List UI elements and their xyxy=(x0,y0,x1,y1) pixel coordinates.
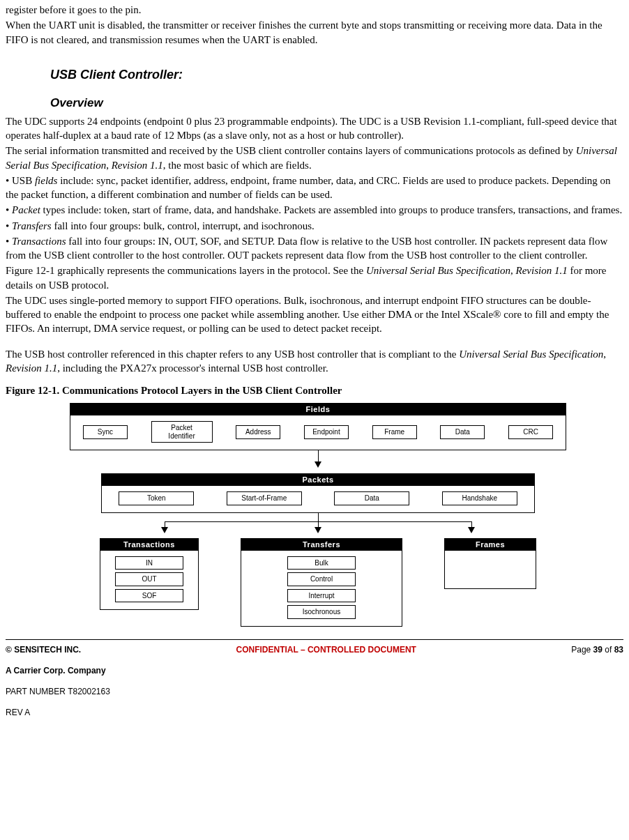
packet-token: Token xyxy=(119,491,194,505)
text: , including the PXA27x processor's inter… xyxy=(57,362,328,374)
bullet-packet: • Packet types include: token, start of … xyxy=(6,203,623,217)
arrow-down-icon xyxy=(314,461,321,468)
field-sync: Sync xyxy=(83,425,128,439)
footer-part-number: PART NUMBER T82002163 xyxy=(6,686,623,697)
footer-row: © SENSITECH INC. CONFIDENTIAL – CONTROLL… xyxy=(6,644,623,655)
overview-p1: The UDC supports 24 endpoints (endpoint … xyxy=(6,114,623,143)
bullet-fields: • USB fields include: sync, packet ident… xyxy=(6,174,623,202)
protocol-layers-diagram: Fields Sync Packet Identifier Address En… xyxy=(13,403,623,626)
figure-reference: Figure 12-1 graphically represents the c… xyxy=(6,264,623,292)
text: , xyxy=(510,265,516,276)
text: types include: token, start of frame, da… xyxy=(40,204,622,215)
intro-line-1: register before it goes to the pin. xyxy=(6,3,623,17)
fields-layer: Fields Sync Packet Identifier Address En… xyxy=(70,403,566,450)
text: The USB host controller referenced in th… xyxy=(6,349,459,360)
spec-rev: Revision 1.1 xyxy=(6,362,57,374)
transactions-title: Transactions xyxy=(100,539,198,551)
field-endpoint: Endpoint xyxy=(304,425,349,439)
footer-company: A Carrier Corp. Company xyxy=(6,665,623,676)
text: • xyxy=(6,220,12,231)
bottom-layers-row: Transactions IN OUT SOF Transfers Bulk C… xyxy=(67,538,569,627)
field-data: Data xyxy=(440,425,485,439)
text: , xyxy=(603,349,606,360)
text: • USB xyxy=(6,175,35,186)
transfers-title: Transfers xyxy=(241,539,402,551)
udc-memory-paragraph: The UDC uses single-ported memory to sup… xyxy=(6,293,623,336)
spec-rev: Revision 1.1 xyxy=(516,265,568,276)
field-frame: Frame xyxy=(372,425,417,439)
frames-layer: Frames xyxy=(444,538,536,589)
text: , the most basic of which are fields. xyxy=(163,160,312,171)
text: fall into four groups: bulk, control, in… xyxy=(52,220,314,231)
transfer-control: Control xyxy=(287,572,356,586)
text: of xyxy=(603,645,614,655)
connector-line xyxy=(318,450,319,461)
bullet-transfers: • Transfers fall into four groups: bulk,… xyxy=(6,219,623,233)
transfer-interrupt: Interrupt xyxy=(287,589,356,603)
transfers-layer: Transfers Bulk Control Interrupt Isochro… xyxy=(241,538,402,627)
text: , xyxy=(106,160,112,171)
text: include: sync, packet identifier, addres… xyxy=(6,175,611,200)
footer-copyright: © SENSITECH INC. xyxy=(6,644,81,655)
packet-handshake: Handshake xyxy=(442,491,517,505)
heading-usb-client-controller: USB Client Controller: xyxy=(50,66,623,83)
packet-data: Data xyxy=(334,491,409,505)
text: Figure 12-1 graphically represents the c… xyxy=(6,265,366,276)
packet-start-of-frame: Start-of-Frame xyxy=(227,491,302,505)
transaction-out: OUT xyxy=(115,572,183,586)
transaction-sof: SOF xyxy=(115,589,183,603)
field-crc: CRC xyxy=(508,425,553,439)
term: Transactions xyxy=(12,236,66,247)
host-controller-note: The USB host controller referenced in th… xyxy=(6,347,623,376)
frames-title: Frames xyxy=(445,539,536,551)
transfer-bulk: Bulk xyxy=(287,556,356,570)
spec-title: Universal Serial Bus Specification xyxy=(366,265,510,276)
intro-paragraph: When the UART unit is disabled, the tran… xyxy=(6,18,623,47)
term: fields xyxy=(35,175,58,186)
heading-overview: Overview xyxy=(50,96,623,112)
term: Transfers xyxy=(12,220,52,231)
text: • xyxy=(6,236,12,247)
spec-title: Universal Serial Bus Specification xyxy=(459,349,603,360)
footer-divider xyxy=(6,639,623,640)
overview-p2: The serial information transmitted and r… xyxy=(6,144,623,172)
footer-page-number: Page 39 of 83 xyxy=(571,644,623,655)
text: • xyxy=(6,204,12,215)
transactions-layer: Transactions IN OUT SOF xyxy=(100,538,199,610)
page-current: 39 xyxy=(593,645,603,655)
spec-rev: Revision 1.1 xyxy=(112,160,163,171)
text: Page xyxy=(571,645,593,655)
figure-caption: Figure 12-1. Communications Protocol Lay… xyxy=(6,383,623,397)
transfer-isochronous: Isochronous xyxy=(287,605,356,619)
packets-title: Packets xyxy=(102,474,534,486)
footer-revision: REV A xyxy=(6,707,623,718)
bullet-transactions: • Transactions fall into four groups: IN… xyxy=(6,234,623,263)
connector-fanout xyxy=(67,513,569,533)
transaction-in: IN xyxy=(115,556,183,570)
footer-confidential: CONFIDENTIAL – CONTROLLED DOCUMENT xyxy=(81,644,571,655)
term: Packet xyxy=(12,204,40,215)
text: fall into four groups: IN, OUT, SOF, and… xyxy=(6,236,607,261)
field-packet-identifier: Packet Identifier xyxy=(151,421,213,443)
page-total: 83 xyxy=(614,645,623,655)
packets-layer: Packets Token Start-of-Frame Data Handsh… xyxy=(101,473,535,512)
field-address: Address xyxy=(236,425,280,439)
fields-title: Fields xyxy=(70,404,566,415)
text: The serial information transmitted and r… xyxy=(6,145,576,156)
